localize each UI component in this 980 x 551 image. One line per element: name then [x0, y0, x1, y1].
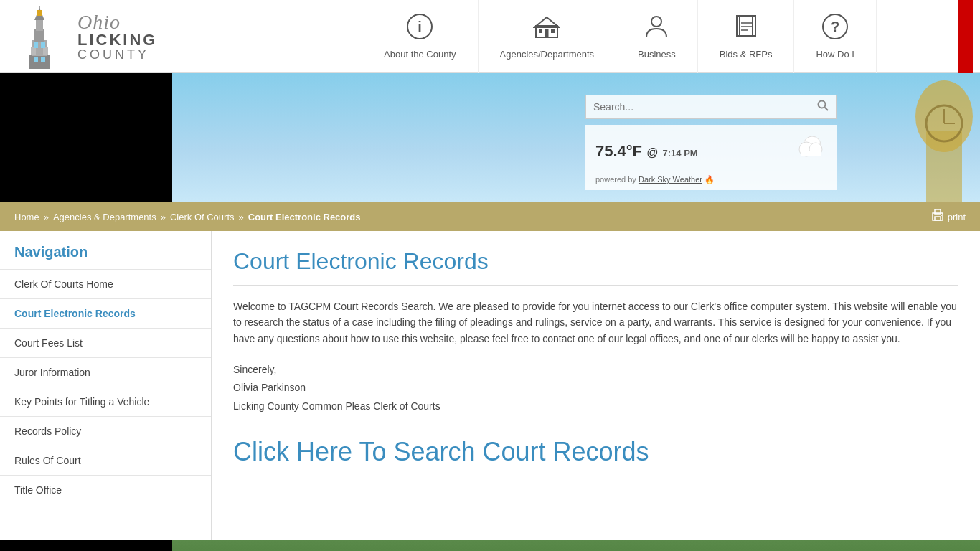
- logo-licking: Licking: [77, 32, 157, 48]
- nav-agencies-label: Agencies/Departments: [500, 49, 595, 60]
- logo-icon: [7, 4, 72, 69]
- svg-rect-20: [545, 33, 549, 37]
- sidebar: Navigation Clerk Of Courts Home Court El…: [0, 231, 212, 540]
- search-button[interactable]: [817, 100, 829, 114]
- logo-ohio: Ohio: [77, 12, 157, 32]
- sidebar-item-title-office[interactable]: Title Office: [0, 475, 211, 504]
- svg-rect-0: [29, 55, 50, 69]
- svg-text:?: ?: [831, 19, 839, 34]
- dark-sky-link[interactable]: Dark Sky Weather: [639, 175, 702, 184]
- nav-agencies[interactable]: Agencies/Departments: [479, 0, 617, 73]
- page-title: Court Electronic Records: [233, 248, 958, 286]
- svg-rect-17: [539, 29, 542, 33]
- nav-business[interactable]: Business: [616, 0, 698, 73]
- breadcrumb: Home » Agencies & Departments » Clerk Of…: [14, 212, 361, 222]
- svg-rect-10: [41, 42, 45, 48]
- nav-bids-label: Bids & RFPs: [720, 49, 773, 60]
- content-area: Court Electronic Records Welcome to TAGC…: [212, 231, 980, 540]
- author-name: Olivia Parkinson: [233, 379, 958, 397]
- content-signature: Sincerely, Olivia Parkinson Licking Coun…: [233, 361, 958, 415]
- svg-line-35: [825, 108, 829, 111]
- hero-banner: 75.4°F @ 7:14 PM powered by Dark S: [0, 73, 980, 202]
- person-icon: [643, 13, 670, 44]
- nav-how-label: How Do I: [816, 49, 854, 60]
- print-icon: [930, 208, 945, 226]
- sidebar-item-juror[interactable]: Juror Information: [0, 357, 211, 387]
- weather-icon: [791, 131, 826, 172]
- breadcrumb-sep-1: »: [44, 212, 49, 222]
- footer-green: [172, 540, 980, 551]
- sidebar-item-key-points[interactable]: Key Points for Titling a Vehicle: [0, 387, 211, 416]
- breadcrumb-sep-2: »: [161, 212, 166, 222]
- breadcrumb-current: Court Electronic Records: [248, 212, 361, 222]
- author-title: Licking County Common Pleas Clerk of Cou…: [233, 397, 958, 415]
- breadcrumb-sep-3: »: [239, 212, 244, 222]
- search-container: 75.4°F @ 7:14 PM powered by Dark S: [585, 95, 837, 190]
- svg-rect-19: [551, 29, 555, 33]
- sidebar-item-clerk-home[interactable]: Clerk Of Courts Home: [0, 269, 211, 298]
- main-layout: Navigation Clerk Of Courts Home Court El…: [0, 231, 980, 540]
- breadcrumb-bar: Home » Agencies & Departments » Clerk Of…: [0, 202, 980, 231]
- svg-rect-8: [43, 47, 48, 55]
- logo-county: County: [77, 48, 157, 61]
- weather-attribution: powered by Dark Sky Weather 🔥: [595, 175, 826, 184]
- svg-text:i: i: [418, 19, 423, 34]
- search-records-link[interactable]: Click Here To Search Court Records: [233, 437, 649, 466]
- svg-point-34: [819, 101, 826, 108]
- svg-rect-42: [935, 217, 941, 220]
- header-accent-bar: [958, 0, 973, 73]
- svg-rect-9: [34, 42, 38, 48]
- sincerely-text: Sincerely,: [233, 361, 958, 379]
- footer-black: [0, 540, 172, 551]
- sidebar-item-court-fees[interactable]: Court Fees List: [0, 328, 211, 357]
- svg-rect-12: [41, 57, 45, 62]
- document-icon: [732, 13, 760, 44]
- info-icon: i: [406, 13, 433, 44]
- building-icon: [533, 13, 560, 44]
- sidebar-item-court-electronic[interactable]: Court Electronic Records: [0, 298, 211, 328]
- weather-box: 75.4°F @ 7:14 PM powered by Dark S: [585, 125, 837, 190]
- svg-rect-18: [545, 29, 549, 33]
- svg-rect-39: [801, 151, 821, 156]
- svg-rect-11: [34, 57, 38, 62]
- logo-text: Ohio Licking County: [77, 12, 157, 61]
- clock-tower-decoration: [837, 73, 980, 202]
- main-nav: i About the County Agencies/Departments …: [280, 0, 958, 73]
- sidebar-nav-title: Navigation: [0, 231, 211, 269]
- search-input[interactable]: [593, 101, 817, 113]
- print-button[interactable]: print: [930, 208, 966, 226]
- breadcrumb-agencies[interactable]: Agencies & Departments: [53, 212, 156, 222]
- nav-bids[interactable]: Bids & RFPs: [698, 0, 795, 73]
- question-icon: ?: [821, 13, 849, 44]
- search-box: [585, 95, 837, 119]
- hero-black: [0, 73, 172, 202]
- svg-point-21: [651, 17, 661, 27]
- site-header: Ohio Licking County i About the County A…: [0, 0, 980, 73]
- svg-rect-2: [34, 29, 44, 42]
- content-body: Welcome to TAGCPM Court Records Search. …: [233, 298, 958, 347]
- nav-about[interactable]: i About the County: [362, 0, 478, 73]
- sidebar-item-records-policy[interactable]: Records Policy: [0, 416, 211, 446]
- sidebar-item-rules-of-court[interactable]: Rules Of Court: [0, 446, 211, 475]
- weather-temp: 75.4°F @ 7:14 PM: [595, 142, 698, 160]
- svg-point-43: [941, 215, 942, 216]
- nav-business-label: Business: [638, 49, 676, 60]
- svg-rect-7: [31, 47, 36, 55]
- footer-image-row: [0, 540, 980, 551]
- svg-rect-3: [36, 19, 43, 31]
- nav-about-label: About the County: [384, 49, 456, 60]
- breadcrumb-clerk[interactable]: Clerk Of Courts: [170, 212, 235, 222]
- print-label: print: [948, 212, 966, 222]
- breadcrumb-home[interactable]: Home: [14, 212, 39, 222]
- svg-rect-5: [37, 10, 42, 16]
- nav-how[interactable]: ? How Do I: [794, 0, 876, 73]
- logo-area: Ohio Licking County: [7, 4, 280, 69]
